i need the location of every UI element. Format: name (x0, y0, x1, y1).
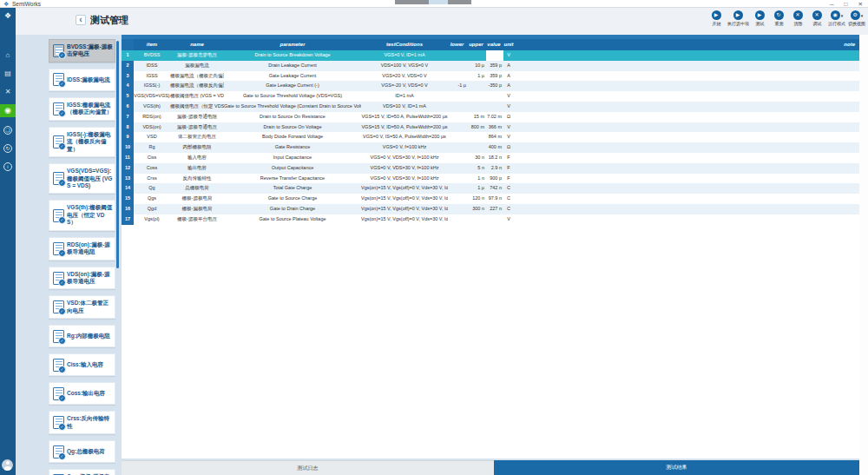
cell-name: 输出电容 (170, 163, 224, 174)
sidebar-test-item-label: RDS(on):漏极-源极导通电阻 (67, 241, 113, 256)
cell-name: 栅极-漏极电荷 (170, 204, 224, 214)
table-row[interactable]: 9 VSD 体二极管正向电压 Body Diode Forward Voltag… (122, 132, 859, 142)
table-row[interactable]: 11 Ciss 输入电容 Input Capacitance VGS=0 V, … (122, 153, 859, 163)
table-row[interactable]: 10 Rg 内部栅极电阻 Gate Resistance VGS=0 V, f=… (122, 142, 859, 153)
cell-testconditions: VDS=100 V, VGS=0 V (361, 61, 448, 71)
back-button[interactable]: ‹ (76, 15, 86, 25)
toolbar-button[interactable]: ✕ 清除 (790, 10, 806, 26)
cell-name: 体二极管正向电压 (170, 132, 224, 142)
toolbar-button-label: 开始 (713, 21, 721, 26)
cell-unit: A (503, 61, 514, 71)
tab-test-result[interactable]: 测试结果 (494, 460, 859, 475)
cell-value[interactable]: 900 p (486, 174, 503, 184)
cell-value[interactable]: 359 p (486, 61, 503, 71)
sidebar-test-item[interactable]: BVDSS:漏极-源极击穿电压 (49, 39, 115, 63)
sidebar-test-item[interactable]: Coss:输出电容 (49, 382, 115, 405)
rail-item[interactable]: i (0, 161, 16, 172)
table-row[interactable]: 2 IDSS 漏极漏电流 Drain Leakage Current VDS=1… (122, 61, 859, 71)
cell-note (514, 61, 859, 71)
table-row[interactable]: 14 Qg 总栅极电荷 Total Gate Charge Vgs(on)=15… (122, 183, 859, 194)
sidebar-test-item[interactable]: IGSS:栅极漏电流（栅极正向偏置） (49, 97, 115, 121)
sidebar-test-item[interactable]: VGS(th):栅极阈值电压（恒定 VDS） (49, 200, 115, 230)
cell-value[interactable]: 864 m (486, 132, 503, 142)
cell-value[interactable] (486, 214, 503, 225)
sidebar-test-item[interactable]: IGSS(-):栅极漏电流（栅极反向偏置） (49, 127, 115, 157)
cell-value[interactable]: 2.9 n (486, 163, 503, 174)
table-row[interactable]: 5 VGS(VDS=VGS) 栅极阈值电压 (VGS = VDS) Gate t… (122, 91, 859, 102)
minimize-button[interactable]: ─ (830, 0, 834, 8)
sidebar-test-item[interactable]: Qg:总栅极电荷 (49, 440, 115, 463)
col-header-note: note (514, 39, 859, 50)
app-logo-icon: ❖ (3, 0, 9, 8)
cell-upper (468, 50, 486, 61)
sidebar-test-item[interactable]: Ciss:输入电容 (49, 353, 115, 376)
table-row[interactable]: 6 VGS(th) 栅极阈值电压（恒定 VDS） Gate to Source … (122, 102, 859, 112)
cell-value[interactable]: 97.9 n (486, 194, 503, 204)
sidebar-test-item[interactable]: VSD:体二极管正向电压 (49, 295, 115, 319)
rail-item[interactable]: ⌂ (0, 49, 16, 61)
cell-parameter: Total Gate Charge (224, 183, 361, 194)
toolbar-button[interactable]: ⚙ ▾ 切换视图 (848, 10, 865, 26)
cell-testconditions: VGS=20 V, VDS=0 V (361, 71, 448, 82)
close-button[interactable]: ✕ (858, 0, 863, 8)
cell-note (514, 204, 859, 214)
table-row[interactable]: 7 RDS(on) 漏极-源极导通电阻 Drain to Source On R… (122, 112, 859, 122)
maximize-button[interactable]: □ (845, 0, 848, 8)
rail-item[interactable]: ▤ (0, 68, 16, 79)
document-check-icon (53, 387, 64, 400)
rail-item[interactable]: ◉ (0, 104, 16, 117)
table-row[interactable]: 3 IGSS 栅极漏电流（栅极正向偏置） Gate Leakage Curren… (122, 71, 859, 82)
user-avatar[interactable] (2, 459, 13, 471)
cell-unit: C (503, 183, 514, 194)
table-row[interactable]: 17 Vgs(pl) 栅极-源极平台电压 Gate to Source Plat… (122, 214, 859, 225)
table-row[interactable]: 8 VDS(on) 漏极-源极导通电压 Drain to Source On V… (122, 122, 859, 133)
toolbar-button[interactable]: ▶ 测试 (752, 10, 768, 26)
toolbar-button[interactable]: ↻ 重测 (771, 10, 787, 26)
cell-value[interactable]: 359 p (486, 71, 503, 82)
rail-item[interactable]: ❏ (0, 124, 16, 135)
sidebar-test-item-label: Qg:总栅极电荷 (67, 448, 105, 455)
cell-item: Vgs(pl) (134, 214, 170, 225)
cell-note (514, 81, 859, 91)
cell-value[interactable] (486, 91, 503, 102)
sidebar-test-item[interactable]: IDSS:漏极漏电流 (49, 69, 115, 91)
table-row[interactable]: 15 Qgs 栅极-源极电荷 Gate to Source Charge Vgs… (122, 194, 859, 204)
cell-rownum: 15 (122, 194, 134, 204)
cell-value[interactable]: 227 n (486, 204, 503, 214)
table-row[interactable]: 13 Crss 反向传输特性 Reverse Transfer Capacita… (122, 174, 859, 184)
sidebar-test-item-label: VDS(on):漏极-源极导通电压 (67, 271, 113, 286)
cell-value[interactable]: 18.2 n (486, 153, 503, 163)
sidebar-test-item[interactable]: VDS(on):漏极-源极导通电压 (49, 267, 115, 290)
parameter-table: item name parameter testConditions lower… (122, 35, 859, 459)
table-row[interactable]: 1 BVDSS 漏极-源极击穿电压 Drain to Source Breakd… (122, 50, 859, 61)
cell-value[interactable]: 400 m (486, 142, 503, 153)
cell-value[interactable]: -350 p (486, 81, 503, 91)
cell-value[interactable] (486, 102, 503, 112)
sidebar-test-item[interactable]: Crss:反向传输特性 (49, 411, 115, 434)
document-check-icon (53, 272, 64, 285)
col-header-rownum (122, 39, 134, 50)
cell-value[interactable]: 366 m (486, 122, 503, 133)
cell-name: 栅极漏电流（栅极正向偏置） (170, 71, 224, 82)
cell-value[interactable]: 7.02 m (486, 112, 503, 122)
toolbar-button[interactable]: ◉ ▾ 运行模式 (828, 10, 845, 26)
tab-test-log[interactable]: 测试日志 (122, 460, 494, 475)
sidebar-test-item[interactable]: Qgs:栅极-源极电荷 (49, 469, 115, 475)
toolbar-button[interactable]: ▶ 开始 (708, 10, 725, 26)
sidebar-test-item[interactable]: Rg:内部栅极电阻 (49, 325, 115, 347)
sidebar-test-item[interactable]: VGS(VDS=VGS):栅极阈值电压 (VGS = VDS) (49, 163, 115, 194)
rail-item[interactable]: ✕ (0, 86, 16, 97)
sidebar-scrollbar[interactable] (116, 41, 119, 268)
toolbar-button[interactable]: ▶ 执行选中项 (727, 10, 749, 26)
table-row[interactable]: 4 IGSS(-) 栅极漏电流（栅极反向偏置） Gate Leakage Cur… (122, 81, 859, 91)
toolbar-button-label: 运行模式 (828, 21, 845, 26)
rail-item[interactable]: ↻ (0, 142, 16, 154)
cell-parameter: Input Capacitance (224, 153, 361, 163)
table-row[interactable]: 12 Coss 输出电容 Output Capacitance VGS=0 V,… (122, 163, 859, 174)
cell-value[interactable]: 742 n (486, 183, 503, 194)
table-row[interactable]: 16 Qgd 栅极-漏极电荷 Gate to Drain Charge Vgs(… (122, 204, 859, 214)
sidebar-test-item[interactable]: RDS(on):漏极-源极导通电阻 (49, 237, 115, 261)
toolbar-button[interactable]: ✕ 调试 (809, 10, 825, 26)
document-check-icon (53, 135, 64, 148)
cell-value[interactable] (486, 50, 503, 61)
